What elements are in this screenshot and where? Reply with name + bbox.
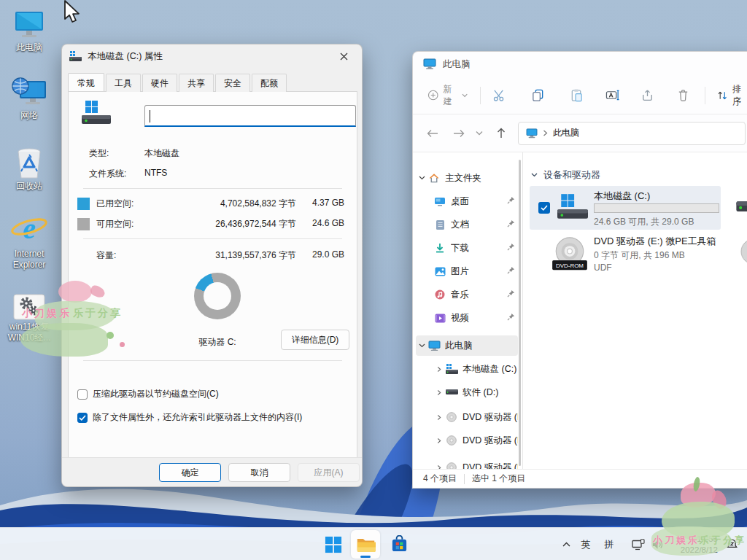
cut-button[interactable] <box>487 82 512 109</box>
explorer-titlebar[interactable]: 此电脑 <box>413 52 747 77</box>
details-button[interactable]: 详细信息(D) <box>281 330 349 350</box>
sidebar-item-pictures[interactable]: 图片 <box>416 261 518 281</box>
paste-button[interactable] <box>564 82 589 109</box>
desktop-icon-internet-explorer[interactable]: e Internet Explorer <box>2 214 56 271</box>
desktop-folder-icon <box>433 197 446 206</box>
desktop-icon-recycle-bin[interactable]: 回收站 <box>2 146 56 192</box>
sidebar-label: 视频 <box>451 312 507 324</box>
rename-button[interactable] <box>600 82 626 109</box>
copy-button[interactable] <box>525 82 551 109</box>
sidebar-item-dvd-e[interactable]: DVD 驱动器 (E <box>416 407 518 427</box>
chevron-right-icon[interactable] <box>433 414 445 421</box>
sidebar-item-videos[interactable]: 视频 <box>416 308 518 328</box>
desktop-icon-network[interactable]: 网络 <box>2 75 56 121</box>
sidebar-label: 软件 (D:) <box>462 386 518 399</box>
checkbox-unchecked[interactable] <box>77 389 88 400</box>
desktop-icon-label: Internet Explorer <box>2 249 56 271</box>
delete-button[interactable] <box>670 82 696 109</box>
home-icon <box>427 173 441 184</box>
desktop-icon-this-pc[interactable]: 此电脑 <box>2 7 56 53</box>
used-space-swatch <box>77 198 90 210</box>
sidebar-item-dvd-f2[interactable]: DVD 驱动器 (F:) <box>416 457 518 469</box>
filesystem-row: 文件系统: NTFS <box>69 168 357 182</box>
cancel-button[interactable]: 取消 <box>228 463 290 482</box>
section-header-devices[interactable]: 设备和驱动器 <box>531 168 600 182</box>
ime-language-indicator[interactable]: 英 <box>576 528 595 560</box>
used-space-label: 已用空间: <box>96 198 133 210</box>
tab-security[interactable]: 安全 <box>215 74 250 92</box>
checkbox-checked[interactable] <box>77 413 88 423</box>
tray-chevron-up-icon[interactable] <box>556 528 576 560</box>
sort-button[interactable]: 排序 <box>711 82 747 109</box>
sidebar-item-drive-c[interactable]: 本地磁盘 (C:) <box>416 359 518 379</box>
tray-clock[interactable]: 14:55 2022/8/12 <box>670 528 718 560</box>
new-button[interactable]: 新建 <box>422 82 474 109</box>
breadcrumb[interactable]: 此电脑 <box>553 127 579 139</box>
explorer-body: 主文件夹 桌面 文档 <box>413 152 747 469</box>
taskbar-file-explorer[interactable] <box>351 530 380 559</box>
tab-tools[interactable]: 工具 <box>106 74 141 92</box>
dvd-icon <box>445 462 458 469</box>
sidebar-scrollbar[interactable] <box>519 160 521 466</box>
tab-quota[interactable]: 配额 <box>252 74 287 92</box>
tray-date: 2022/8/12 <box>681 545 718 556</box>
sidebar-item-drive-d[interactable]: 软件 (D:) <box>416 382 518 402</box>
start-button[interactable] <box>319 530 348 559</box>
chevron-down-icon[interactable] <box>416 343 427 348</box>
explorer-toolbar: 新建 <box>413 77 747 114</box>
recent-locations-button[interactable] <box>471 122 487 144</box>
volume-icon[interactable] <box>648 528 667 560</box>
drive-item-c[interactable]: 本地磁盘 (C:) 24.6 GB 可用, 共 29.0 GB <box>530 186 721 230</box>
tab-general[interactable]: 常规 <box>68 73 104 91</box>
checkbox-checked[interactable] <box>538 202 550 214</box>
drive-icon-large <box>82 101 111 125</box>
back-button[interactable] <box>422 122 444 144</box>
free-space-swatch <box>77 218 90 230</box>
sidebar-item-music[interactable]: 音乐 <box>416 284 518 305</box>
drive-icon-partial <box>736 195 747 217</box>
file-explorer-icon <box>356 536 376 553</box>
free-space-bytes: 26,436,972,544 字节 <box>215 218 296 230</box>
svg-text:e: e <box>23 212 36 245</box>
dialog-button-bar: 确定 取消 应用(A) <box>62 457 362 486</box>
address-bar[interactable]: 此电脑 <box>518 122 746 145</box>
explorer-window: 此电脑 新建 <box>412 51 747 489</box>
sidebar-item-downloads[interactable]: 下载 <box>416 238 518 258</box>
compress-checkbox-label: 压缩此驱动器以节约磁盘空间(C) <box>93 388 219 400</box>
network-icon[interactable] <box>629 528 648 560</box>
ime-mode-indicator[interactable]: 拼 <box>600 528 619 560</box>
pictures-icon <box>433 267 446 276</box>
tab-sharing[interactable]: 共享 <box>179 74 214 92</box>
up-button[interactable] <box>490 122 512 144</box>
tab-hardware[interactable]: 硬件 <box>142 74 177 92</box>
sidebar-item-this-pc[interactable]: 此电脑 <box>416 335 518 356</box>
this-pc-icon <box>423 58 436 70</box>
explorer-title: 此电脑 <box>443 58 471 71</box>
capacity-bytes: 31,139,557,376 字节 <box>215 249 296 262</box>
sidebar-item-dvd-f[interactable]: DVD 驱动器 (F <box>416 430 518 451</box>
pane-divider[interactable] <box>522 152 523 469</box>
active-app-indicator <box>360 556 371 558</box>
document-icon <box>433 219 446 230</box>
chevron-right-icon[interactable] <box>433 366 445 373</box>
text-caret <box>150 110 150 122</box>
sidebar-item-documents[interactable]: 文档 <box>416 214 518 235</box>
sidebar-label: 此电脑 <box>445 340 518 352</box>
drive-item-dvd-e[interactable]: DVD-ROM DVD 驱动器 (E:) 微PE工具箱 0 字节 可用, 共 1… <box>530 231 721 278</box>
compress-checkbox-row[interactable]: 压缩此驱动器以节约磁盘空间(C) <box>77 388 219 400</box>
chevron-down-icon[interactable] <box>416 176 427 180</box>
desktop-icon-win11-restore[interactable]: win11恢复 WIN10经... <box>2 287 56 343</box>
dialog-titlebar[interactable]: 本地磁盘 (C:) 属性 <box>62 44 362 68</box>
sidebar-item-home[interactable]: 主文件夹 <box>416 168 518 188</box>
notification-bell-icon[interactable] <box>721 528 743 560</box>
sidebar-item-desktop[interactable]: 桌面 <box>416 191 518 211</box>
volume-label-input[interactable] <box>144 105 356 127</box>
taskbar-microsoft-store[interactable] <box>384 530 414 559</box>
chevron-right-icon[interactable] <box>433 438 445 444</box>
close-icon[interactable] <box>330 47 357 66</box>
share-button[interactable] <box>635 82 660 109</box>
chevron-right-icon[interactable] <box>433 389 445 396</box>
index-checkbox-row[interactable]: 除了文件属性外，还允许索引此驱动器上文件的内容(I) <box>77 411 302 424</box>
ok-button[interactable]: 确定 <box>159 463 221 482</box>
forward-button[interactable] <box>448 122 470 144</box>
